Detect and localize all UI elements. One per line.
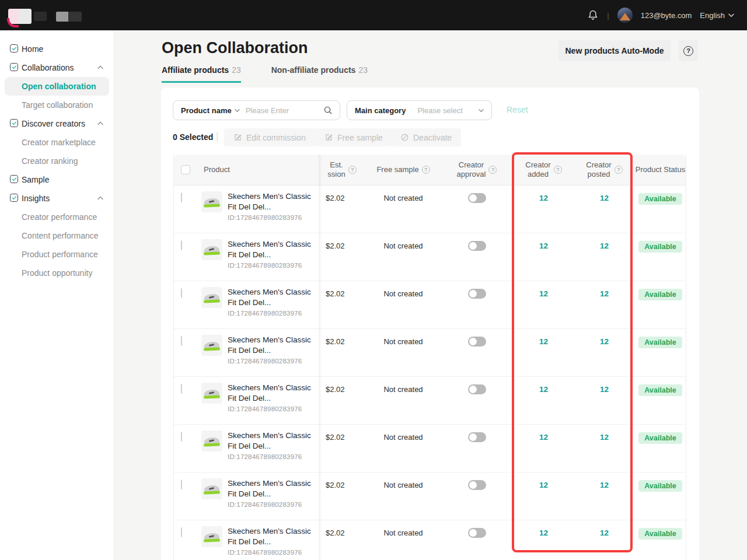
product-name-input[interactable] xyxy=(246,106,322,115)
edit-icon xyxy=(233,133,242,142)
row-checkbox[interactable] xyxy=(181,336,182,346)
avatar[interactable] xyxy=(617,8,633,23)
tab-affiliate-products[interactable]: Affiliate products 23 xyxy=(162,65,241,83)
help-icon[interactable]: ? xyxy=(615,166,623,174)
product-image xyxy=(201,287,222,308)
sidebar-item-target-collaboration[interactable]: Target collaboration xyxy=(0,96,114,114)
creator-added-link[interactable]: 12 xyxy=(539,433,548,442)
creator-approval-toggle[interactable] xyxy=(468,241,486,251)
creator-approval-toggle[interactable] xyxy=(468,528,486,538)
sidebar-item-product-opportunity[interactable]: Product opportunity xyxy=(0,264,114,282)
col-header-creator-posted: Creatorposted ? xyxy=(575,155,634,185)
creator-posted-link[interactable]: 12 xyxy=(600,433,609,442)
creator-posted-link[interactable]: 12 xyxy=(600,242,609,250)
product-name[interactable]: Skechers Men's Classic Fit Del Del... xyxy=(228,335,313,356)
language-selector[interactable]: English xyxy=(700,11,734,20)
creator-approval-toggle[interactable] xyxy=(468,432,486,442)
main-category-filter[interactable]: Main category Please select xyxy=(347,100,492,120)
creator-approval-toggle[interactable] xyxy=(468,337,486,346)
sidebar-item-open-collaboration[interactable]: Open collaboration xyxy=(5,77,109,96)
search-icon[interactable] xyxy=(323,106,333,115)
product-id: ID:17284678980283976 xyxy=(228,501,313,508)
product-id: ID:17284678980283976 xyxy=(228,405,313,412)
creator-added-link[interactable]: 12 xyxy=(539,289,548,298)
selected-count: 0 Selected xyxy=(173,132,213,142)
est-commission-cell: $2.02 xyxy=(319,186,365,233)
creator-posted-link[interactable]: 12 xyxy=(600,289,609,298)
main-category-placeholder: Please select xyxy=(417,106,479,115)
sidebar-item-collaborations[interactable]: Collaborations xyxy=(0,58,114,77)
product-status-badge: Available xyxy=(638,480,682,492)
page-help-button[interactable]: ? xyxy=(679,40,698,61)
sidebar-item-product-performance[interactable]: Product performance xyxy=(0,245,114,264)
home-icon xyxy=(10,44,18,52)
new-products-auto-mode-button[interactable]: New products Auto-Mode xyxy=(558,40,671,61)
sidebar-item-content-performance[interactable]: Content performance xyxy=(0,226,114,245)
page-title: Open Collaboration xyxy=(162,39,308,57)
sidebar-item-creator-marketplace[interactable]: Creator marketplace xyxy=(0,133,114,152)
product-name[interactable]: Skechers Men's Classic Fit Del Del... xyxy=(228,478,313,499)
creator-posted-link[interactable]: 12 xyxy=(600,481,609,489)
row-checkbox[interactable] xyxy=(181,192,182,202)
help-icon[interactable]: ? xyxy=(554,166,562,174)
help-icon[interactable]: ? xyxy=(422,166,430,174)
row-checkbox[interactable] xyxy=(181,527,182,537)
sidebar-item-sample[interactable]: Sample xyxy=(0,170,114,189)
product-id: ID:17284678980283976 xyxy=(228,453,313,460)
product-name[interactable]: Skechers Men's Classic Fit Del Del... xyxy=(228,430,313,452)
sidebar-item-creator-performance[interactable]: Creator performance xyxy=(0,208,114,226)
sidebar-item-insights[interactable]: Insights xyxy=(0,189,114,208)
edit-commission-button[interactable]: Edit commission xyxy=(224,128,315,146)
table-row: Skechers Men's Classic Fit Del Del... ID… xyxy=(174,473,686,520)
creator-posted-link[interactable]: 12 xyxy=(600,337,609,346)
creator-posted-link[interactable]: 12 xyxy=(600,385,609,394)
deactivate-button[interactable]: Deactivate xyxy=(391,128,461,146)
notification-bell-icon[interactable] xyxy=(587,9,599,21)
creator-added-link[interactable]: 12 xyxy=(539,194,548,202)
creator-added-link[interactable]: 12 xyxy=(539,242,548,250)
free-sample-button[interactable]: Free sample xyxy=(315,128,392,146)
sidebar-item-discover-creators[interactable]: Discover creators xyxy=(0,114,114,133)
tab-non-affiliate-products[interactable]: Non-affiliate products 23 xyxy=(271,65,368,83)
creator-added-link[interactable]: 12 xyxy=(539,337,548,346)
col-header-product-status: Product Status xyxy=(634,155,687,185)
account-email: 123@byte.com xyxy=(641,11,692,20)
creator-posted-link[interactable]: 12 xyxy=(600,194,609,202)
product-image xyxy=(201,239,222,260)
table-row: Skechers Men's Classic Fit Del Del... ID… xyxy=(174,329,686,377)
row-checkbox[interactable] xyxy=(181,288,182,298)
creator-added-link[interactable]: 12 xyxy=(539,385,548,394)
sidebar-item-creator-ranking[interactable]: Creator ranking xyxy=(0,152,114,170)
table-header-row: Product Est.ssion ? Free sample ? Creato… xyxy=(174,155,686,186)
sidebar: Home Collaborations Open collaboration T… xyxy=(0,30,114,560)
product-name[interactable]: Skechers Men's Classic Fit Del Del... xyxy=(228,287,313,308)
product-status-badge: Available xyxy=(638,193,682,205)
row-checkbox[interactable] xyxy=(181,240,182,250)
creator-approval-toggle[interactable] xyxy=(468,480,486,490)
creator-approval-toggle[interactable] xyxy=(468,384,486,394)
creator-approval-toggle[interactable] xyxy=(468,289,486,299)
reset-filters-link[interactable]: Reset xyxy=(507,105,528,114)
table-row: Skechers Men's Classic Fit Del Del... ID… xyxy=(174,520,686,560)
row-checkbox[interactable] xyxy=(181,432,182,442)
select-all-checkbox[interactable] xyxy=(181,165,190,174)
product-name[interactable]: Skechers Men's Classic Fit Del Del... xyxy=(228,239,313,260)
sidebar-item-home[interactable]: Home xyxy=(0,40,114,58)
content-card: Product name Main category Please select… xyxy=(161,88,699,560)
row-checkbox[interactable] xyxy=(181,480,182,489)
product-name[interactable]: Skechers Men's Classic Fit Del Del... xyxy=(228,383,313,404)
product-name[interactable]: Skechers Men's Classic Fit Del Del... xyxy=(228,191,313,212)
product-image xyxy=(201,478,222,499)
help-icon[interactable]: ? xyxy=(348,166,357,174)
ban-icon xyxy=(400,133,409,142)
creator-added-link[interactable]: 12 xyxy=(539,528,548,537)
product-name[interactable]: Skechers Men's Classic Fit Del Del... xyxy=(228,526,313,547)
product-status-badge: Available xyxy=(638,384,682,396)
creator-approval-toggle[interactable] xyxy=(468,193,486,203)
creator-added-link[interactable]: 12 xyxy=(539,481,548,489)
est-commission-cell: $2.02 xyxy=(319,473,365,520)
creator-posted-link[interactable]: 12 xyxy=(600,528,609,537)
help-icon[interactable]: ? xyxy=(488,166,497,174)
product-name-filter-label[interactable]: Product name xyxy=(181,106,232,115)
row-checkbox[interactable] xyxy=(181,384,182,394)
